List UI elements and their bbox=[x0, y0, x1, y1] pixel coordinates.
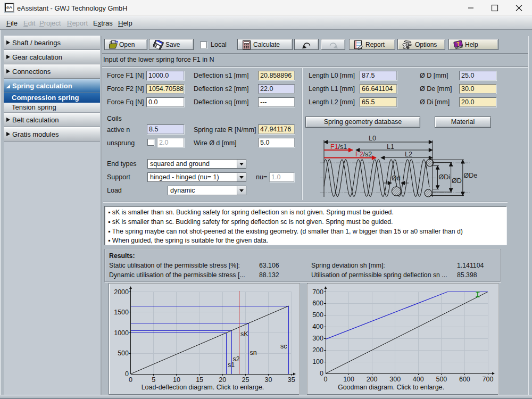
svg-text:ØDi: ØDi bbox=[439, 173, 451, 181]
svg-text:L1: L1 bbox=[387, 143, 394, 151]
svg-text:200: 200 bbox=[312, 346, 323, 354]
svg-text:500: 500 bbox=[118, 350, 129, 357]
svg-text:100: 100 bbox=[343, 376, 354, 383]
svg-text:2000: 2000 bbox=[114, 288, 129, 296]
svg-text:300: 300 bbox=[312, 335, 323, 342]
svg-text:600: 600 bbox=[459, 376, 470, 383]
svg-text:300: 300 bbox=[389, 376, 401, 383]
svg-text:0: 0 bbox=[324, 376, 328, 383]
svg-text:F2/s2: F2/s2 bbox=[355, 151, 372, 158]
svg-text:0: 0 bbox=[125, 370, 129, 378]
svg-text:sn: sn bbox=[250, 349, 257, 356]
svg-text:400: 400 bbox=[413, 376, 424, 383]
svg-text:1000: 1000 bbox=[114, 329, 129, 337]
svg-text:1500: 1500 bbox=[114, 309, 129, 316]
svg-text:500: 500 bbox=[312, 311, 323, 319]
svg-text:ØD: ØD bbox=[452, 177, 462, 185]
svg-text:10: 10 bbox=[173, 376, 180, 384]
svg-text:F1/s1: F1/s1 bbox=[330, 143, 347, 151]
svg-text:5: 5 bbox=[152, 376, 155, 384]
svg-text:20: 20 bbox=[219, 376, 226, 384]
svg-text:25: 25 bbox=[242, 376, 249, 384]
svg-text:s2: s2 bbox=[233, 355, 240, 363]
svg-text:600: 600 bbox=[312, 300, 323, 307]
svg-text:0: 0 bbox=[129, 376, 132, 384]
svg-text:100: 100 bbox=[312, 358, 323, 365]
svg-text:L0: L0 bbox=[369, 135, 376, 142]
svg-text:500: 500 bbox=[436, 376, 447, 383]
svg-text:700: 700 bbox=[483, 376, 494, 383]
svg-text:15: 15 bbox=[196, 376, 203, 384]
svg-text:30: 30 bbox=[265, 376, 272, 384]
svg-text:35: 35 bbox=[288, 376, 295, 384]
svg-text:Load-deflection diagram. Click: Load-deflection diagram. Click to enlarg… bbox=[142, 384, 264, 391]
svg-text:400: 400 bbox=[312, 323, 323, 330]
svg-text:L2: L2 bbox=[405, 151, 412, 158]
svg-text:ØDe: ØDe bbox=[464, 172, 478, 179]
svg-text:sK: sK bbox=[240, 330, 248, 338]
svg-text:200: 200 bbox=[367, 376, 378, 383]
svg-text:700: 700 bbox=[312, 288, 323, 296]
svg-text:Goodman diagram. Click to enla: Goodman diagram. Click to enlarge. bbox=[338, 384, 444, 391]
svg-text:Ød: Ød bbox=[392, 174, 401, 182]
svg-text:sc: sc bbox=[280, 343, 287, 350]
svg-text:0: 0 bbox=[320, 370, 323, 377]
